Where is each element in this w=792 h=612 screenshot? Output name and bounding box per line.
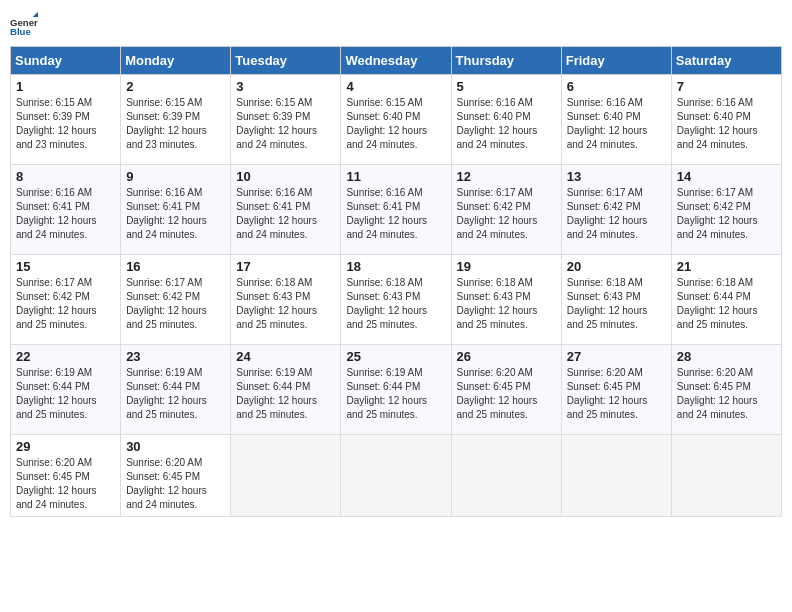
calendar-week-row: 22 Sunrise: 6:19 AMSunset: 6:44 PMDaylig… (11, 345, 782, 435)
calendar-cell: 23 Sunrise: 6:19 AMSunset: 6:44 PMDaylig… (121, 345, 231, 435)
calendar-cell: 9 Sunrise: 6:16 AMSunset: 6:41 PMDayligh… (121, 165, 231, 255)
cell-details: Sunrise: 6:20 AMSunset: 6:45 PMDaylight:… (457, 367, 538, 420)
cell-details: Sunrise: 6:18 AMSunset: 6:44 PMDaylight:… (677, 277, 758, 330)
cell-details: Sunrise: 6:16 AMSunset: 6:41 PMDaylight:… (16, 187, 97, 240)
calendar-cell: 10 Sunrise: 6:16 AMSunset: 6:41 PMDaylig… (231, 165, 341, 255)
calendar-cell: 3 Sunrise: 6:15 AMSunset: 6:39 PMDayligh… (231, 75, 341, 165)
cell-details: Sunrise: 6:18 AMSunset: 6:43 PMDaylight:… (457, 277, 538, 330)
calendar-cell (451, 435, 561, 517)
cell-details: Sunrise: 6:18 AMSunset: 6:43 PMDaylight:… (236, 277, 317, 330)
calendar-cell: 4 Sunrise: 6:15 AMSunset: 6:40 PMDayligh… (341, 75, 451, 165)
weekday-header: Monday (121, 47, 231, 75)
cell-details: Sunrise: 6:18 AMSunset: 6:43 PMDaylight:… (346, 277, 427, 330)
day-number: 13 (567, 169, 666, 184)
calendar-cell: 29 Sunrise: 6:20 AMSunset: 6:45 PMDaylig… (11, 435, 121, 517)
day-number: 27 (567, 349, 666, 364)
svg-text:Blue: Blue (10, 26, 31, 37)
calendar-cell: 20 Sunrise: 6:18 AMSunset: 6:43 PMDaylig… (561, 255, 671, 345)
cell-details: Sunrise: 6:19 AMSunset: 6:44 PMDaylight:… (236, 367, 317, 420)
calendar-cell: 1 Sunrise: 6:15 AMSunset: 6:39 PMDayligh… (11, 75, 121, 165)
cell-details: Sunrise: 6:15 AMSunset: 6:39 PMDaylight:… (126, 97, 207, 150)
cell-details: Sunrise: 6:20 AMSunset: 6:45 PMDaylight:… (126, 457, 207, 510)
cell-details: Sunrise: 6:16 AMSunset: 6:41 PMDaylight:… (236, 187, 317, 240)
weekday-header: Friday (561, 47, 671, 75)
calendar-cell: 27 Sunrise: 6:20 AMSunset: 6:45 PMDaylig… (561, 345, 671, 435)
calendar-cell: 2 Sunrise: 6:15 AMSunset: 6:39 PMDayligh… (121, 75, 231, 165)
cell-details: Sunrise: 6:15 AMSunset: 6:39 PMDaylight:… (16, 97, 97, 150)
calendar-cell: 11 Sunrise: 6:16 AMSunset: 6:41 PMDaylig… (341, 165, 451, 255)
day-number: 16 (126, 259, 225, 274)
calendar-cell: 5 Sunrise: 6:16 AMSunset: 6:40 PMDayligh… (451, 75, 561, 165)
cell-details: Sunrise: 6:16 AMSunset: 6:40 PMDaylight:… (677, 97, 758, 150)
day-number: 18 (346, 259, 445, 274)
calendar-cell: 8 Sunrise: 6:16 AMSunset: 6:41 PMDayligh… (11, 165, 121, 255)
day-number: 26 (457, 349, 556, 364)
cell-details: Sunrise: 6:15 AMSunset: 6:39 PMDaylight:… (236, 97, 317, 150)
cell-details: Sunrise: 6:17 AMSunset: 6:42 PMDaylight:… (457, 187, 538, 240)
calendar-cell: 30 Sunrise: 6:20 AMSunset: 6:45 PMDaylig… (121, 435, 231, 517)
day-number: 23 (126, 349, 225, 364)
calendar-cell (561, 435, 671, 517)
cell-details: Sunrise: 6:17 AMSunset: 6:42 PMDaylight:… (126, 277, 207, 330)
cell-details: Sunrise: 6:17 AMSunset: 6:42 PMDaylight:… (16, 277, 97, 330)
day-number: 19 (457, 259, 556, 274)
day-number: 6 (567, 79, 666, 94)
calendar-cell: 26 Sunrise: 6:20 AMSunset: 6:45 PMDaylig… (451, 345, 561, 435)
day-number: 1 (16, 79, 115, 94)
calendar-cell: 18 Sunrise: 6:18 AMSunset: 6:43 PMDaylig… (341, 255, 451, 345)
calendar-cell: 19 Sunrise: 6:18 AMSunset: 6:43 PMDaylig… (451, 255, 561, 345)
cell-details: Sunrise: 6:16 AMSunset: 6:40 PMDaylight:… (567, 97, 648, 150)
calendar-cell: 21 Sunrise: 6:18 AMSunset: 6:44 PMDaylig… (671, 255, 781, 345)
cell-details: Sunrise: 6:16 AMSunset: 6:41 PMDaylight:… (126, 187, 207, 240)
day-number: 8 (16, 169, 115, 184)
calendar-cell: 16 Sunrise: 6:17 AMSunset: 6:42 PMDaylig… (121, 255, 231, 345)
calendar-cell: 12 Sunrise: 6:17 AMSunset: 6:42 PMDaylig… (451, 165, 561, 255)
logo: General Blue (10, 10, 42, 38)
day-number: 29 (16, 439, 115, 454)
day-number: 14 (677, 169, 776, 184)
calendar-cell: 22 Sunrise: 6:19 AMSunset: 6:44 PMDaylig… (11, 345, 121, 435)
cell-details: Sunrise: 6:17 AMSunset: 6:42 PMDaylight:… (567, 187, 648, 240)
calendar-week-row: 8 Sunrise: 6:16 AMSunset: 6:41 PMDayligh… (11, 165, 782, 255)
cell-details: Sunrise: 6:15 AMSunset: 6:40 PMDaylight:… (346, 97, 427, 150)
day-number: 25 (346, 349, 445, 364)
day-number: 22 (16, 349, 115, 364)
calendar-week-row: 29 Sunrise: 6:20 AMSunset: 6:45 PMDaylig… (11, 435, 782, 517)
page-header: General Blue (10, 10, 782, 38)
cell-details: Sunrise: 6:17 AMSunset: 6:42 PMDaylight:… (677, 187, 758, 240)
calendar-cell (341, 435, 451, 517)
day-number: 2 (126, 79, 225, 94)
weekday-header: Sunday (11, 47, 121, 75)
weekday-header: Thursday (451, 47, 561, 75)
day-number: 3 (236, 79, 335, 94)
weekday-header: Tuesday (231, 47, 341, 75)
calendar-cell: 6 Sunrise: 6:16 AMSunset: 6:40 PMDayligh… (561, 75, 671, 165)
day-number: 5 (457, 79, 556, 94)
day-number: 15 (16, 259, 115, 274)
logo-icon: General Blue (10, 10, 38, 38)
day-number: 11 (346, 169, 445, 184)
cell-details: Sunrise: 6:19 AMSunset: 6:44 PMDaylight:… (16, 367, 97, 420)
calendar-header-row: SundayMondayTuesdayWednesdayThursdayFrid… (11, 47, 782, 75)
calendar-cell: 17 Sunrise: 6:18 AMSunset: 6:43 PMDaylig… (231, 255, 341, 345)
day-number: 17 (236, 259, 335, 274)
cell-details: Sunrise: 6:19 AMSunset: 6:44 PMDaylight:… (126, 367, 207, 420)
calendar-cell: 25 Sunrise: 6:19 AMSunset: 6:44 PMDaylig… (341, 345, 451, 435)
day-number: 7 (677, 79, 776, 94)
day-number: 24 (236, 349, 335, 364)
calendar-cell: 7 Sunrise: 6:16 AMSunset: 6:40 PMDayligh… (671, 75, 781, 165)
cell-details: Sunrise: 6:19 AMSunset: 6:44 PMDaylight:… (346, 367, 427, 420)
calendar-body: 1 Sunrise: 6:15 AMSunset: 6:39 PMDayligh… (11, 75, 782, 517)
day-number: 30 (126, 439, 225, 454)
cell-details: Sunrise: 6:20 AMSunset: 6:45 PMDaylight:… (16, 457, 97, 510)
cell-details: Sunrise: 6:16 AMSunset: 6:40 PMDaylight:… (457, 97, 538, 150)
day-number: 28 (677, 349, 776, 364)
day-number: 21 (677, 259, 776, 274)
cell-details: Sunrise: 6:20 AMSunset: 6:45 PMDaylight:… (677, 367, 758, 420)
cell-details: Sunrise: 6:16 AMSunset: 6:41 PMDaylight:… (346, 187, 427, 240)
calendar-cell: 24 Sunrise: 6:19 AMSunset: 6:44 PMDaylig… (231, 345, 341, 435)
calendar-cell: 13 Sunrise: 6:17 AMSunset: 6:42 PMDaylig… (561, 165, 671, 255)
weekday-header: Wednesday (341, 47, 451, 75)
day-number: 10 (236, 169, 335, 184)
day-number: 20 (567, 259, 666, 274)
